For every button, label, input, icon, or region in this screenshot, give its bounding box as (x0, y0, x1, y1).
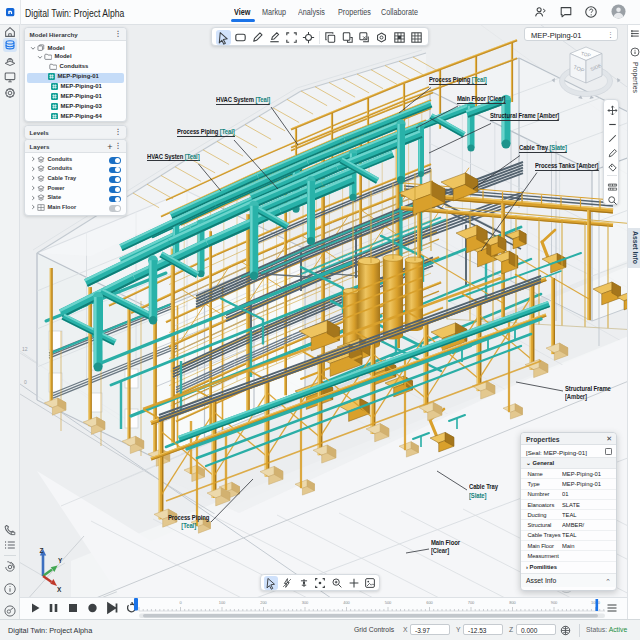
svg-text:200: 200 (260, 600, 267, 605)
svg-text:600: 600 (426, 600, 433, 605)
svg-text:X: X (57, 586, 62, 592)
svg-text:100: 100 (219, 600, 226, 605)
svg-text:Y: Y (58, 557, 63, 564)
svg-text:0: 0 (179, 600, 182, 605)
svg-text:500: 500 (385, 600, 392, 605)
svg-text:700: 700 (468, 600, 475, 605)
svg-text:800: 800 (509, 600, 516, 605)
svg-text:Z: Z (40, 547, 44, 554)
svg-text:400: 400 (343, 600, 350, 605)
svg-text:900: 900 (551, 600, 558, 605)
svg-text:300: 300 (302, 600, 309, 605)
